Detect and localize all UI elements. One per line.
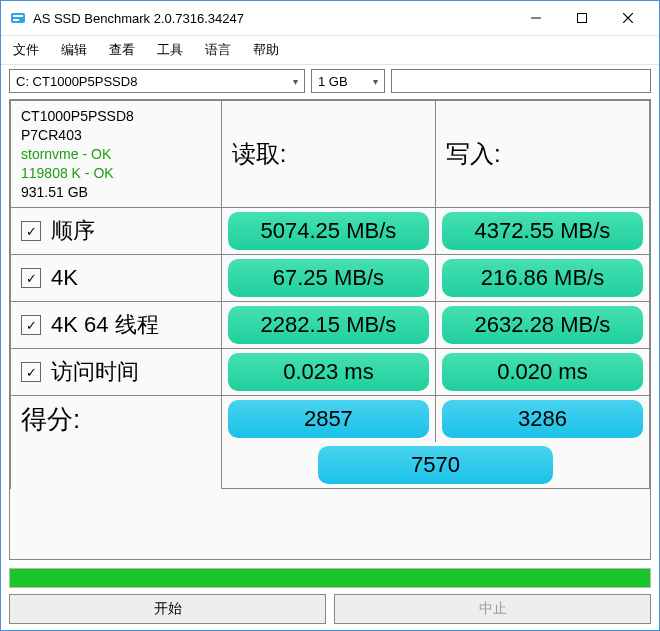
row-4k64-label: ✓4K 64 线程 <box>11 302 221 348</box>
app-icon <box>9 9 27 27</box>
size-select[interactable]: 1 GB ▾ <box>311 69 385 93</box>
checkbox-4k[interactable]: ✓ <box>21 268 41 288</box>
results-table: CT1000P5PSSD8 P7CR403 stornvme - OK 1198… <box>10 100 650 489</box>
drive-alignment-status: 119808 K - OK <box>21 164 211 183</box>
write-header-cell: 写入: <box>435 101 649 208</box>
minimize-button[interactable] <box>513 3 559 33</box>
progress-bar <box>9 568 651 588</box>
score-total: 7570 <box>318 446 553 484</box>
drive-select-value: C: CT1000P5PSSD8 <box>10 74 286 89</box>
menu-help[interactable]: 帮助 <box>253 41 279 59</box>
checkbox-4k64[interactable]: ✓ <box>21 315 41 335</box>
score-write: 3286 <box>442 400 643 438</box>
titlebar: AS SSD Benchmark 2.0.7316.34247 <box>1 1 659 36</box>
chevron-down-icon: ▾ <box>366 70 384 92</box>
read-header: 读取: <box>222 101 435 207</box>
score-read: 2857 <box>228 400 429 438</box>
stop-button[interactable]: 中止 <box>334 594 651 624</box>
svg-rect-1 <box>13 15 23 17</box>
drive-capacity: 931.51 GB <box>21 183 211 202</box>
menu-view[interactable]: 查看 <box>109 41 135 59</box>
progress-area <box>1 562 659 590</box>
drive-driver-status: stornvme - OK <box>21 145 211 164</box>
menu-file[interactable]: 文件 <box>13 41 39 59</box>
close-button[interactable] <box>605 3 651 33</box>
maximize-button[interactable] <box>559 3 605 33</box>
fk64-write-value: 2632.28 MB/s <box>442 306 643 344</box>
row-4k-label: ✓4K <box>11 255 221 301</box>
results-panel: CT1000P5PSSD8 P7CR403 stornvme - OK 1198… <box>9 99 651 560</box>
window-title: AS SSD Benchmark 2.0.7316.34247 <box>33 11 513 26</box>
access-read-value: 0.023 ms <box>228 353 429 391</box>
start-button[interactable]: 开始 <box>9 594 326 624</box>
seq-write-value: 4372.55 MB/s <box>442 212 643 250</box>
svg-rect-2 <box>13 19 19 21</box>
checkbox-seq[interactable]: ✓ <box>21 221 41 241</box>
svg-rect-0 <box>11 13 25 23</box>
row-access-label: ✓访问时间 <box>11 349 221 395</box>
chevron-down-icon: ▾ <box>286 70 304 92</box>
window-buttons <box>513 3 651 33</box>
access-write-value: 0.020 ms <box>442 353 643 391</box>
menubar: 文件 编辑 查看 工具 语言 帮助 <box>1 36 659 65</box>
progress-fill <box>10 569 650 587</box>
app-window: AS SSD Benchmark 2.0.7316.34247 文件 编辑 查看… <box>0 0 660 631</box>
panel-spacer <box>10 489 650 559</box>
drive-firmware: P7CR403 <box>21 126 211 145</box>
seq-read-value: 5074.25 MB/s <box>228 212 429 250</box>
read-header-cell: 读取: <box>221 101 435 208</box>
svg-rect-4 <box>578 14 587 23</box>
menu-tools[interactable]: 工具 <box>157 41 183 59</box>
row-seq-label: ✓顺序 <box>11 208 221 254</box>
drive-model: CT1000P5PSSD8 <box>21 107 211 126</box>
drive-info-cell: CT1000P5PSSD8 P7CR403 stornvme - OK 1198… <box>11 101 222 208</box>
menu-edit[interactable]: 编辑 <box>61 41 87 59</box>
fourk-write-value: 216.86 MB/s <box>442 259 643 297</box>
checkbox-access[interactable]: ✓ <box>21 362 41 382</box>
size-select-value: 1 GB <box>312 74 366 89</box>
text-field[interactable] <box>391 69 651 93</box>
write-header: 写入: <box>436 101 649 207</box>
menu-language[interactable]: 语言 <box>205 41 231 59</box>
score-label: 得分: <box>11 396 221 443</box>
drive-select[interactable]: C: CT1000P5PSSD8 ▾ <box>9 69 305 93</box>
toolbar: C: CT1000P5PSSD8 ▾ 1 GB ▾ <box>1 65 659 97</box>
button-row: 开始 中止 <box>1 590 659 630</box>
fourk-read-value: 67.25 MB/s <box>228 259 429 297</box>
fk64-read-value: 2282.15 MB/s <box>228 306 429 344</box>
